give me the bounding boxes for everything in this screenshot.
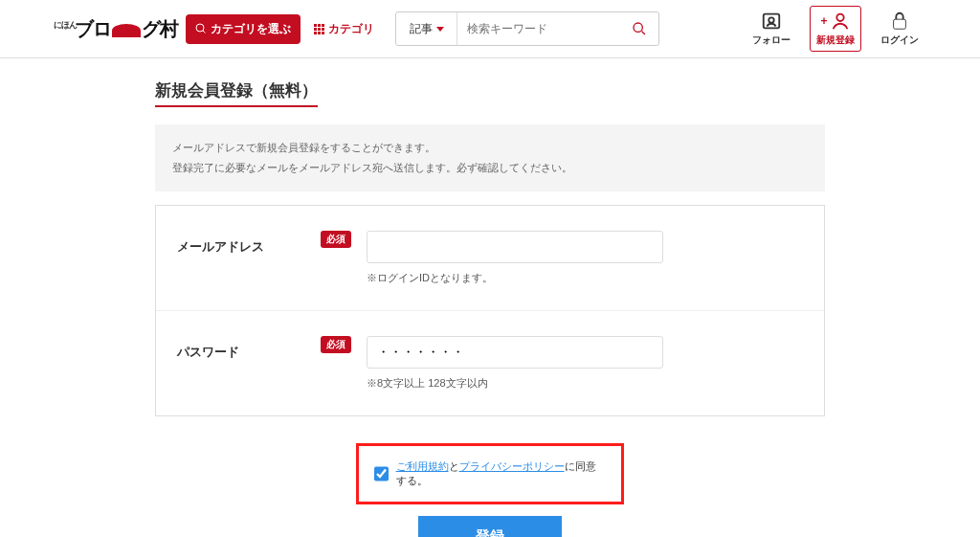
login-button[interactable]: ログイン: [873, 9, 926, 49]
notice-line-2: 登録完了に必要なメールをメールアドレス宛へ送信します。必ず確認してください。: [172, 158, 808, 178]
signup-form: メールアドレス 必須 ※ログインIDとなります。 パスワード 必須 ※8文字以上…: [155, 205, 825, 416]
lock-icon: [889, 11, 910, 32]
signup-button[interactable]: + 新規登録: [810, 6, 861, 52]
choose-category-label: カテゴリを選ぶ: [211, 21, 291, 37]
email-label: メールアドレス: [177, 238, 264, 256]
required-badge: 必須: [321, 336, 351, 353]
login-label: ログイン: [880, 34, 919, 47]
terms-link[interactable]: ご利用規約: [396, 460, 449, 472]
user-card-icon: [761, 11, 782, 32]
magnifier-icon: [632, 21, 647, 36]
follow-label: フォロー: [752, 34, 791, 47]
svg-rect-3: [894, 19, 906, 29]
agree-text: ご利用規約とプライバシーポリシーに同意する。: [396, 459, 606, 488]
logo-subtext: にほん: [54, 21, 77, 30]
magnifier-icon: [195, 23, 207, 34]
category-link[interactable]: カテゴリ: [308, 21, 380, 37]
svg-point-1: [768, 17, 774, 22]
site-logo[interactable]: にほん ブロ グ村: [54, 19, 178, 38]
follow-button[interactable]: フォロー: [745, 9, 798, 49]
caret-down-icon: [436, 27, 444, 32]
signup-label: 新規登録: [816, 34, 855, 47]
search-bar: 記事: [395, 11, 659, 46]
plus-icon: +: [820, 14, 827, 28]
category-link-label: カテゴリ: [328, 21, 374, 37]
grid-icon: [314, 24, 324, 34]
logo-text-right: グ村: [142, 19, 178, 38]
page-title: 新規会員登録（無料）: [155, 79, 318, 107]
agree-terms-box: ご利用規約とプライバシーポリシーに同意する。: [356, 443, 624, 504]
search-scope-value: 記事: [410, 21, 433, 37]
search-submit-button[interactable]: [620, 12, 658, 45]
logo-text-left: ブロ: [75, 19, 111, 38]
choose-category-button[interactable]: カテゴリを選ぶ: [186, 14, 301, 44]
password-label: パスワード: [177, 344, 239, 361]
logo-arc-icon: [112, 24, 141, 37]
privacy-link[interactable]: プライバシーポリシー: [459, 460, 565, 472]
email-hint: ※ログインIDとなります。: [367, 271, 803, 285]
email-field[interactable]: [367, 231, 663, 263]
search-input[interactable]: [457, 12, 620, 45]
notice-line-1: メールアドレスで新規会員登録をすることができます。: [172, 138, 808, 158]
agree-checkbox[interactable]: [374, 466, 389, 481]
submit-button[interactable]: 登録: [418, 516, 562, 537]
search-scope-select[interactable]: 記事: [396, 12, 457, 45]
user-icon: [830, 11, 851, 32]
password-field[interactable]: [367, 336, 663, 369]
password-hint: ※8文字以上 128文字以内: [367, 376, 803, 391]
notice-box: メールアドレスで新規会員登録をすることができます。 登録完了に必要なメールをメー…: [155, 124, 825, 191]
svg-point-2: [836, 14, 843, 21]
svg-rect-0: [764, 14, 780, 29]
required-badge: 必須: [321, 231, 351, 248]
